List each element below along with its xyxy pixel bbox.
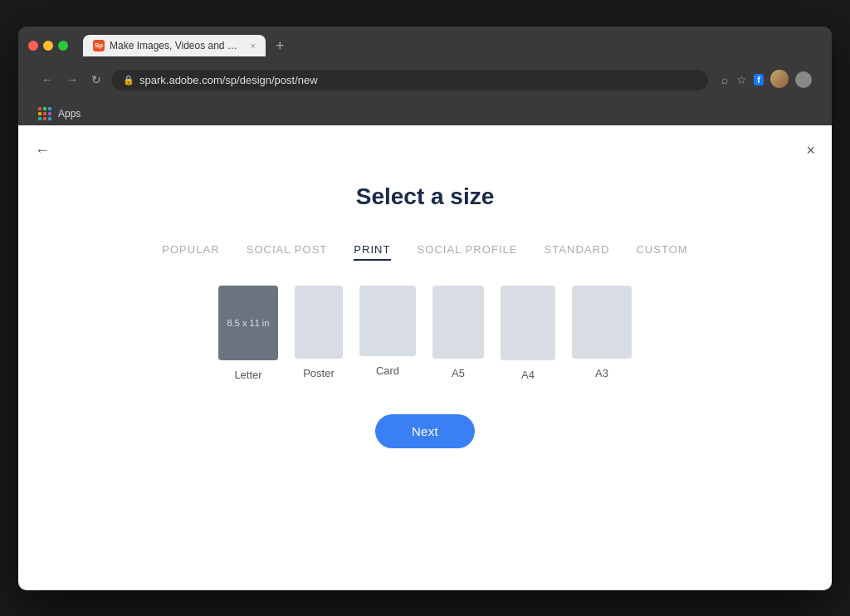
url-text: spark.adobe.com/sp/design/post/new — [139, 74, 318, 86]
tab-custom[interactable]: CUSTOM — [636, 243, 687, 261]
size-card-a4[interactable]: A4 — [501, 286, 555, 381]
grid-dot-2 — [43, 107, 46, 110]
page-close-button[interactable]: × — [806, 142, 815, 159]
size-card-card[interactable]: Card — [359, 286, 416, 381]
grid-dot-6 — [48, 112, 51, 115]
apps-grid-icon — [38, 107, 51, 120]
refresh-button[interactable]: ↻ — [88, 71, 105, 88]
size-card-a5[interactable]: A5 — [432, 286, 484, 381]
nav-actions: ⌕ ☆ f — [720, 68, 812, 92]
address-bar[interactable]: 🔒 spark.adobe.com/sp/design/post/new — [111, 70, 708, 90]
profile-icon-2[interactable] — [795, 71, 812, 88]
browser-window: Sp Make Images, Videos and Web × + ← → ↻… — [18, 27, 832, 590]
apps-bookmark-label[interactable]: Apps — [58, 108, 81, 120]
size-card-label-a5: A5 — [452, 367, 465, 379]
page-back-button[interactable]: ← — [35, 142, 50, 159]
minimize-traffic-light[interactable] — [43, 41, 53, 51]
grid-dot-7 — [38, 117, 42, 120]
size-card-sublabel-letter: 8.5 x 11 in — [224, 315, 273, 331]
size-card-label-poster: Poster — [303, 367, 335, 379]
page-content: ← × Select a size POPULARSOCIAL POSTPRIN… — [18, 125, 832, 590]
grid-dot-4 — [38, 112, 42, 115]
size-card-thumb-a5 — [432, 286, 484, 359]
size-card-thumb-card — [359, 286, 416, 356]
page-title: Select a size — [35, 183, 815, 210]
star-icon[interactable]: ☆ — [735, 71, 749, 88]
search-icon[interactable]: ⌕ — [720, 71, 730, 88]
back-nav-button[interactable]: ← — [38, 71, 56, 88]
size-card-thumb-a3 — [572, 286, 632, 359]
tab-print[interactable]: PRINT — [354, 243, 390, 261]
size-card-label-a3: A3 — [595, 367, 608, 379]
size-cards-container: 8.5 x 11 inLetterPosterCardA5A4A3 — [35, 286, 815, 381]
size-card-a3[interactable]: A3 — [572, 286, 632, 381]
tab-social_profile[interactable]: SOCIAL PROFILE — [418, 243, 518, 261]
browser-nav-bar: ← → ↻ 🔒 spark.adobe.com/sp/design/post/n… — [28, 63, 822, 97]
browser-titlebar: Sp Make Images, Videos and Web × + ← → ↻… — [18, 27, 832, 125]
bookmarks-bar: Apps — [28, 104, 822, 125]
maximize-traffic-light[interactable] — [58, 41, 68, 51]
size-card-label-a4: A4 — [521, 369, 535, 381]
tab-bar: Sp Make Images, Videos and Web × + — [83, 35, 822, 56]
size-card-thumb-a4 — [501, 286, 555, 360]
size-card-label-card: Card — [376, 364, 399, 377]
tab-standard[interactable]: STANDARD — [545, 243, 610, 261]
grid-dot-5 — [43, 112, 46, 115]
size-card-thumb-poster — [295, 286, 343, 359]
new-tab-button[interactable]: + — [269, 35, 291, 56]
tab-social_post[interactable]: SOCIAL POST — [247, 243, 328, 261]
traffic-lights — [28, 41, 68, 51]
grid-dot-1 — [38, 107, 42, 110]
grid-dot-8 — [43, 117, 46, 120]
profile-icon-1[interactable] — [769, 68, 790, 92]
grid-dot-3 — [48, 107, 51, 110]
size-card-label-letter: Letter — [234, 369, 261, 381]
tab-favicon: Sp — [93, 40, 105, 51]
avatar-1 — [770, 70, 789, 88]
tab-popular[interactable]: POPULAR — [162, 243, 219, 261]
size-card-poster[interactable]: Poster — [295, 286, 343, 381]
facebook-icon[interactable]: f — [754, 74, 764, 86]
grid-dot-9 — [48, 117, 51, 120]
size-card-thumb-letter: 8.5 x 11 in — [218, 286, 278, 360]
tab-title: Make Images, Videos and Web — [110, 40, 246, 51]
next-button[interactable]: Next — [375, 414, 475, 448]
category-tabs: POPULARSOCIAL POSTPRINTSOCIAL PROFILESTA… — [35, 243, 815, 261]
forward-nav-button[interactable]: → — [63, 71, 81, 88]
size-card-letter[interactable]: 8.5 x 11 inLetter — [218, 286, 278, 381]
active-tab[interactable]: Sp Make Images, Videos and Web × — [83, 35, 266, 56]
tab-close-button[interactable]: × — [251, 41, 256, 51]
close-traffic-light[interactable] — [28, 41, 38, 51]
lock-icon: 🔒 — [123, 75, 134, 86]
